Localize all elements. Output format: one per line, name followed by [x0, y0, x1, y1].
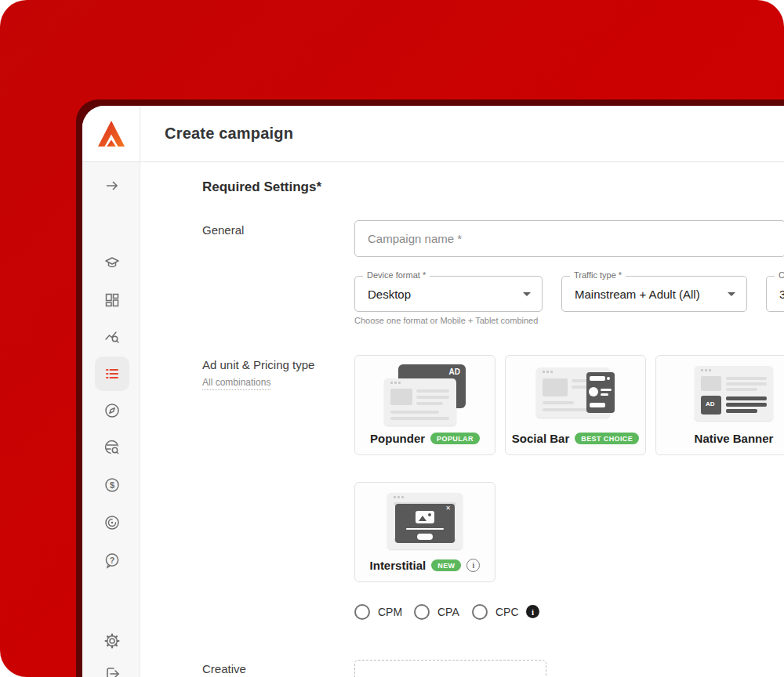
native-banner-illustration: AD [690, 364, 778, 427]
connection-type-select-truncated[interactable]: C 3 [766, 276, 784, 312]
header: Create campaign [82, 106, 784, 162]
interstitial-illustration: ✕ [381, 491, 469, 554]
radio-cpc-label[interactable]: CPC [495, 606, 519, 618]
sidebar-item-sites-compass-icon[interactable] [103, 402, 121, 419]
connection-type-value: 3 [779, 288, 784, 301]
svg-text:?: ? [110, 556, 114, 565]
sidebar: $ ? [82, 162, 140, 677]
radio-cpm[interactable] [354, 604, 370, 620]
ad-unit-card-popunder[interactable]: AD Popunder POPULAR [354, 355, 495, 455]
creative-upload-area[interactable] [354, 660, 546, 677]
sidebar-item-campaigns-icon[interactable] [103, 365, 121, 382]
ad-unit-name: Social Bar [512, 432, 569, 445]
radio-cpa-label[interactable]: CPA [437, 606, 459, 618]
device-format-value: Desktop [368, 288, 411, 301]
radio-cpa[interactable] [414, 604, 430, 620]
main-content: Required Settings* General Device format… [140, 162, 784, 677]
ad-unit-name: Popunder [370, 432, 425, 445]
section-title: Required Settings* [202, 179, 321, 195]
device-format-select[interactable]: Device format * Desktop [354, 276, 543, 312]
traffic-type-label: Traffic type * [570, 270, 626, 280]
device-format-helper: Choose one format or Mobile + Tablet com… [354, 316, 538, 325]
page-title: Create campaign [165, 125, 293, 143]
svg-text:$: $ [110, 480, 114, 490]
chevron-down-icon [728, 292, 735, 296]
new-badge: NEW [431, 559, 461, 571]
sidebar-item-statistics-icon[interactable] [103, 328, 121, 346]
radio-cpm-label[interactable]: CPM [378, 606, 402, 618]
sidebar-item-traffic-search-icon[interactable] [103, 439, 121, 456]
creative-label: Creative [202, 662, 246, 675]
ad-unit-name: Native Banner [695, 432, 774, 445]
sidebar-item-dashboard-icon[interactable] [103, 291, 121, 309]
social-bar-illustration [532, 364, 619, 427]
connection-type-label: C [775, 270, 784, 280]
campaign-name-input[interactable] [355, 221, 784, 256]
traffic-type-select[interactable]: Traffic type * Mainstream + Adult (All) [561, 276, 747, 312]
ad-unit-card-social-bar[interactable]: Social Bar BEST CHOICE [505, 355, 646, 455]
radio-cpc[interactable] [472, 604, 488, 620]
general-label: General [202, 223, 244, 237]
close-icon: ✕ [445, 505, 451, 512]
sidebar-item-settings-gear-icon[interactable] [103, 632, 121, 650]
chevron-down-icon [523, 292, 531, 296]
ad-unit-name: Interstitial [370, 559, 426, 572]
pricing-info-icon[interactable]: i [526, 605, 539, 618]
interstitial-info-icon[interactable]: i [466, 559, 480, 572]
ad-unit-card-interstitial[interactable]: ✕ Interstitial NEW i [354, 482, 495, 582]
best-choice-badge: BEST CHOICE [575, 433, 639, 444]
popunder-illustration: AD [381, 364, 469, 427]
sidebar-item-logout-icon[interactable] [103, 665, 121, 677]
sidebar-item-goals-icon[interactable] [103, 514, 121, 531]
popular-badge: POPULAR [430, 433, 480, 444]
campaign-name-field [354, 220, 784, 257]
ad-tag: AD [706, 400, 715, 407]
logo-cell[interactable] [82, 106, 140, 162]
ad-unit-pricing-label: Ad unit & Pricing type [202, 358, 314, 371]
traffic-type-value: Mainstream + Adult (All) [575, 288, 700, 301]
sidebar-item-education-icon[interactable] [103, 255, 121, 272]
sidebar-item-help-icon[interactable]: ? [103, 552, 121, 569]
ad-tag: AD [449, 367, 460, 376]
sidebar-item-finance-icon[interactable]: $ [103, 476, 121, 494]
app-window: Create campaign [82, 106, 784, 677]
ad-unit-card-native-banner[interactable]: AD Native Banner [655, 355, 784, 455]
device-format-label: Device format * [363, 270, 430, 280]
screen: Create campaign [0, 0, 784, 677]
sidebar-expand-arrow-icon[interactable] [103, 177, 121, 194]
all-combinations-link[interactable]: All combinations [202, 377, 270, 390]
adsterra-logo-icon [96, 118, 127, 150]
